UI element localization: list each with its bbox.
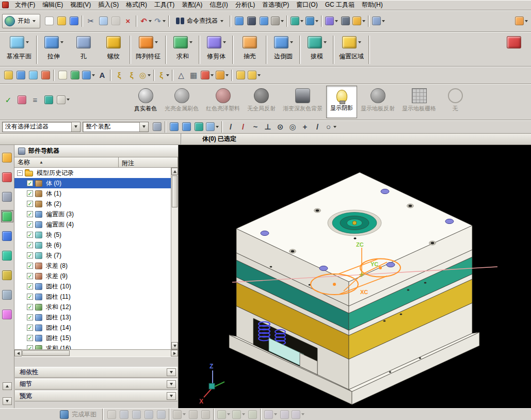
- datum-plane-mini-button[interactable]: [27, 69, 39, 82]
- feature-trim-body-button[interactable]: 修剪体: [201, 34, 231, 66]
- previous-selection-button[interactable]: [192, 120, 205, 134]
- snap-point-button[interactable]: /: [224, 120, 237, 134]
- select-all-button[interactable]: [168, 120, 180, 134]
- locating-ring[interactable]: [328, 210, 381, 236]
- tree-root-row[interactable]: 模型历史记录: [14, 168, 171, 178]
- chevron-down-icon[interactable]: [33, 20, 36, 22]
- render-red-plastic-button[interactable]: 红色亮泽塑料: [202, 86, 244, 119]
- chevron-down-icon[interactable]: [358, 41, 361, 43]
- feature-pattern-feature-button[interactable]: 阵列特征: [132, 34, 164, 66]
- collapse-chevron-button[interactable]: [167, 392, 176, 400]
- chevron-down-icon[interactable]: [92, 74, 95, 76]
- feature-edge-blend-button[interactable]: 边倒圆: [268, 34, 298, 66]
- horizontal-scrollbar[interactable]: [14, 349, 178, 357]
- panel-splitter[interactable]: [14, 357, 178, 367]
- tree-item[interactable]: 体 (1): [14, 188, 171, 199]
- grid-table-button[interactable]: ▦: [187, 69, 200, 82]
- highlight-selection-button[interactable]: [205, 120, 220, 134]
- palette-button[interactable]: [1, 308, 13, 320]
- menu-item[interactable]: 工具(T): [151, 0, 178, 10]
- command-finder-button[interactable]: 命令查找器: [172, 15, 227, 26]
- display-monitor-button[interactable]: [245, 14, 258, 28]
- chevron-down-icon[interactable]: [290, 41, 293, 43]
- box-3d-move-button[interactable]: [247, 69, 262, 82]
- scrollbar-thumb[interactable]: [172, 175, 178, 207]
- checkbox-checked-icon[interactable]: [27, 335, 33, 341]
- snap-existing-point-button[interactable]: +: [299, 120, 311, 134]
- tree-item[interactable]: 偏置面 (3): [14, 209, 171, 219]
- checkbox-checked-icon[interactable]: [27, 252, 33, 259]
- resource-scroll-down-button[interactable]: [3, 397, 12, 405]
- snap-midpoint-button[interactable]: ~: [249, 120, 262, 134]
- sketch-curve-button[interactable]: [14, 69, 27, 82]
- panel-dependencies[interactable]: 相依性: [15, 367, 178, 378]
- csys-orient-button[interactable]: [42, 93, 55, 106]
- annotation-button[interactable]: A: [96, 69, 108, 82]
- tree-item[interactable]: 求和 (16): [14, 343, 171, 349]
- start-button[interactable]: 开始: [2, 14, 40, 28]
- more-options-button[interactable]: [56, 93, 71, 106]
- chevron-down-icon[interactable]: [148, 74, 151, 76]
- checkbox-checked-icon[interactable]: [27, 242, 33, 248]
- assembly-navigator-button[interactable]: [1, 151, 13, 164]
- checkbox-checked-icon[interactable]: [27, 283, 33, 289]
- menu-item[interactable]: 视图(V): [67, 0, 94, 10]
- chevron-down-icon[interactable]: [281, 20, 284, 22]
- render-true-shading-button[interactable]: 真实着色: [130, 86, 161, 119]
- scrollbar-track[interactable]: [171, 208, 178, 342]
- checkbox-checked-icon[interactable]: [27, 263, 33, 269]
- checkbox-checked-icon[interactable]: [27, 273, 33, 279]
- checkbox-checked-icon[interactable]: [27, 325, 33, 331]
- apply-ok-button[interactable]: ✓: [2, 93, 14, 106]
- menu-item[interactable]: 编辑(E): [39, 0, 67, 10]
- feature-offset-region-button[interactable]: 偏置区域: [335, 34, 367, 66]
- feature-datum-plane-button[interactable]: 基准平面: [3, 34, 35, 66]
- chevron-down-icon[interactable]: [258, 74, 261, 76]
- chevron-down-icon[interactable]: [525, 20, 528, 22]
- chevron-down-icon[interactable]: [60, 41, 63, 43]
- feature-hole-button[interactable]: 孔: [69, 34, 99, 66]
- chevron-down-icon[interactable]: [333, 126, 336, 128]
- open-button[interactable]: [55, 14, 68, 28]
- save-button[interactable]: [68, 14, 80, 28]
- menu-item[interactable]: GC 工具箱: [321, 0, 358, 10]
- pattern-red-button[interactable]: [200, 69, 215, 82]
- tree-item[interactable]: 块 (7): [14, 250, 171, 261]
- chevron-down-icon[interactable]: [149, 20, 152, 22]
- resource-scroll-up-button[interactable]: [3, 382, 12, 390]
- orient-view-button[interactable]: [289, 14, 304, 28]
- part-navigator-button[interactable]: [1, 210, 13, 222]
- gear-tool-button[interactable]: [215, 69, 230, 82]
- chevron-down-icon[interactable]: [166, 74, 169, 76]
- menu-item[interactable]: 窗口(O): [293, 0, 321, 10]
- tree-item[interactable]: 块 (5): [14, 230, 171, 240]
- collapse-expander-icon[interactable]: [17, 170, 23, 176]
- sheet-page-button[interactable]: [56, 69, 69, 82]
- shaded-cube-button[interactable]: [258, 14, 270, 28]
- reuse-library-button[interactable]: [1, 230, 13, 242]
- panel-preview[interactable]: 预览: [15, 391, 178, 401]
- measure-ruler-button[interactable]: [514, 14, 529, 28]
- graphics-viewport[interactable]: ZC YC XC Z X: [179, 145, 531, 408]
- wave-geometry-button[interactable]: [81, 69, 96, 82]
- selection-scope-combo[interactable]: 整个装配: [83, 122, 149, 132]
- viewport-canvas[interactable]: ZC YC XC Z X: [179, 145, 531, 408]
- chevron-down-icon[interactable]: [216, 126, 219, 128]
- checkbox-checked-icon[interactable]: [27, 190, 33, 197]
- deselect-all-button[interactable]: [180, 120, 192, 134]
- menu-item[interactable]: 文件(F): [11, 0, 39, 10]
- column-header-note[interactable]: 附注: [119, 157, 178, 168]
- system-materials-button[interactable]: [1, 288, 13, 301]
- scroll-left-button[interactable]: [14, 350, 22, 357]
- snap-point-on-curve-button[interactable]: /: [311, 120, 324, 134]
- spring-coil-1-button[interactable]: ξ: [113, 69, 125, 82]
- triangle-facet-button[interactable]: △: [175, 69, 187, 82]
- menu-item[interactable]: 分析(L): [232, 0, 259, 10]
- snap-arc-center-button[interactable]: ⊙: [274, 120, 286, 134]
- render-brushed-metal-button[interactable]: 光亮金属刷色: [161, 86, 202, 119]
- tree-item[interactable]: 圆柱 (14): [14, 322, 171, 333]
- scrollbar-thumb[interactable]: [22, 350, 70, 356]
- feature-shell-button[interactable]: 抽壳: [235, 34, 265, 66]
- history-button[interactable]: [1, 269, 13, 281]
- constraint-navigator-button[interactable]: [1, 171, 13, 183]
